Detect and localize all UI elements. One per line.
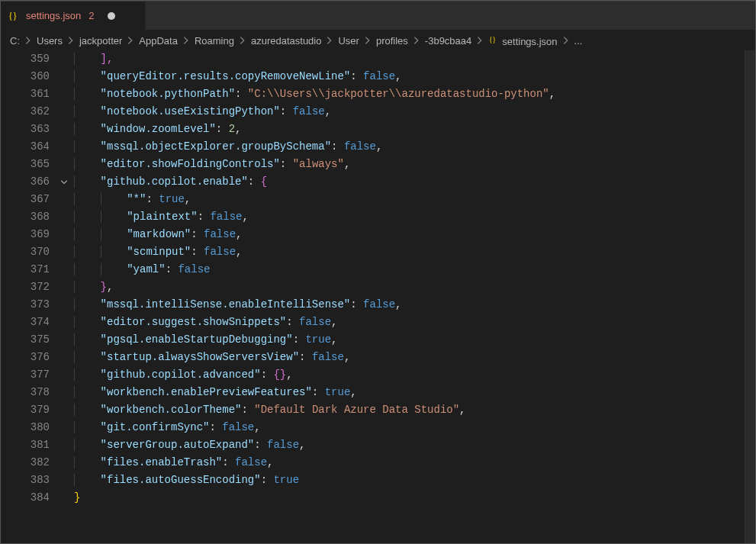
line-number: 368 xyxy=(1,208,50,226)
code-line[interactable]: "workbench.colorTheme": "Default Dark Az… xyxy=(74,401,755,419)
fold-cell xyxy=(54,454,74,472)
line-number: 374 xyxy=(1,314,50,331)
chevron-right-icon xyxy=(411,35,422,46)
line-number: 367 xyxy=(1,191,50,208)
code-line[interactable]: "queryEditor.results.copyRemoveNewLine":… xyxy=(74,68,755,85)
breadcrumb-item[interactable]: {}settings.json xyxy=(488,34,557,47)
fold-cell xyxy=(54,472,74,489)
code-line[interactable]: "mssql.intelliSense.enableIntelliSense":… xyxy=(74,296,755,314)
line-number: 372 xyxy=(1,278,50,296)
code-line[interactable]: ], xyxy=(74,50,755,68)
breadcrumb-item[interactable]: User xyxy=(338,35,359,47)
chevron-right-icon xyxy=(23,35,34,46)
line-number: 365 xyxy=(1,156,50,173)
fold-cell xyxy=(54,121,74,138)
breadcrumb-item[interactable]: Roaming xyxy=(195,35,234,47)
fold-cell xyxy=(54,156,74,173)
line-number: 373 xyxy=(1,296,50,314)
minimap-slider[interactable] xyxy=(745,50,755,543)
json-file-icon: {} xyxy=(8,10,21,22)
line-number: 379 xyxy=(1,401,50,419)
chevron-right-icon xyxy=(475,35,485,46)
fold-toggle-icon[interactable] xyxy=(54,173,74,191)
code-line[interactable]: "notebook.useExistingPython": false, xyxy=(74,103,755,121)
code-line[interactable]: "plaintext": false, xyxy=(74,208,755,226)
line-number: 378 xyxy=(1,384,50,401)
line-number: 376 xyxy=(1,349,50,366)
code-line[interactable]: "github.copilot.enable": { xyxy=(74,173,755,191)
breadcrumb-bar: C:UsersjackpotterAppDataRoamingazuredata… xyxy=(1,31,755,50)
fold-cell xyxy=(54,436,74,454)
breadcrumb-item[interactable]: azuredatastudio xyxy=(251,35,322,47)
breadcrumb-item[interactable]: C: xyxy=(10,35,20,47)
line-number: 371 xyxy=(1,261,50,278)
fold-cell xyxy=(54,419,74,436)
line-number: 381 xyxy=(1,436,50,454)
fold-cell xyxy=(54,349,74,366)
breadcrumb-item[interactable]: ... xyxy=(574,35,583,47)
line-number-gutter: 3593603613623633643653663673683693703713… xyxy=(1,50,54,543)
code-line[interactable]: "scminput": false, xyxy=(74,243,755,261)
breadcrumb-item[interactable]: AppData xyxy=(139,35,178,47)
tab-filename: settings.json xyxy=(26,10,81,21)
code-line[interactable]: "editor.suggest.showSnippets": false, xyxy=(74,314,755,331)
fold-cell xyxy=(54,138,74,156)
code-line[interactable]: }, xyxy=(74,278,755,296)
line-number: 363 xyxy=(1,121,50,138)
fold-cell xyxy=(54,226,74,243)
code-line[interactable]: "yaml": false xyxy=(74,261,755,278)
fold-cell xyxy=(54,103,74,121)
chevron-right-icon xyxy=(66,35,76,46)
code-line[interactable]: "pgsql.enableStartupDebugging": true, xyxy=(74,331,755,349)
code-line[interactable]: "serverGroup.autoExpand": false, xyxy=(74,436,755,454)
line-number: 362 xyxy=(1,103,50,121)
fold-cell xyxy=(54,243,74,261)
tab-badge: 2 xyxy=(88,10,94,21)
chevron-right-icon xyxy=(324,35,335,46)
code-line[interactable]: "mssql.objectExplorer.groupBySchema": fa… xyxy=(74,138,755,156)
code-line[interactable]: } xyxy=(74,489,755,507)
code-line[interactable]: "git.confirmSync": false, xyxy=(74,419,755,436)
json-file-icon: {} xyxy=(488,34,500,46)
breadcrumb-item[interactable]: Users xyxy=(37,35,63,47)
fold-cell xyxy=(54,208,74,226)
fold-cell xyxy=(54,401,74,419)
code-line[interactable]: "workbench.enablePreviewFeatures": true, xyxy=(74,384,755,401)
tab-active[interactable]: {} settings.json 2 xyxy=(1,2,146,30)
code-line[interactable]: "*": true, xyxy=(74,191,755,208)
fold-column xyxy=(54,50,74,543)
breadcrumb-item[interactable]: profiles xyxy=(376,35,408,47)
code-editor[interactable]: 3593603613623633643653663673683693703713… xyxy=(1,50,755,543)
line-number: 364 xyxy=(1,138,50,156)
code-line[interactable]: "files.enableTrash": false, xyxy=(74,454,755,472)
fold-cell xyxy=(54,366,74,384)
fold-cell xyxy=(54,85,74,103)
fold-cell xyxy=(54,331,74,349)
chevron-right-icon xyxy=(181,35,191,46)
breadcrumb-item[interactable]: -3b9cbaa4 xyxy=(425,35,471,47)
code-line[interactable]: "markdown": false, xyxy=(74,226,755,243)
code-line[interactable]: "notebook.pythonPath": "C:\\Users\\jackp… xyxy=(74,85,755,103)
fold-cell xyxy=(54,314,74,331)
breadcrumb-item[interactable]: jackpotter xyxy=(79,35,122,47)
chevron-right-icon xyxy=(125,35,136,46)
code-content[interactable]: ], "queryEditor.results.copyRemoveNewLin… xyxy=(74,50,755,543)
line-number: 359 xyxy=(1,50,50,68)
tab-bar: {} settings.json 2 xyxy=(1,2,755,31)
code-line[interactable]: "window.zoomLevel": 2, xyxy=(74,121,755,138)
tab-dirty-indicator[interactable] xyxy=(108,12,115,20)
chevron-right-icon xyxy=(362,35,373,46)
line-number: 369 xyxy=(1,226,50,243)
minimap[interactable] xyxy=(745,50,755,543)
code-line[interactable]: "editor.showFoldingControls": "always", xyxy=(74,156,755,173)
fold-cell xyxy=(54,489,74,507)
line-number: 384 xyxy=(1,489,50,507)
line-number: 366 xyxy=(1,173,50,191)
fold-cell xyxy=(54,384,74,401)
svg-text:{}: {} xyxy=(8,11,18,21)
line-number: 380 xyxy=(1,419,50,436)
fold-cell xyxy=(54,296,74,314)
code-line[interactable]: "files.autoGuessEncoding": true xyxy=(74,472,755,489)
code-line[interactable]: "github.copilot.advanced": {}, xyxy=(74,366,755,384)
code-line[interactable]: "startup.alwaysShowServersView": false, xyxy=(74,349,755,366)
